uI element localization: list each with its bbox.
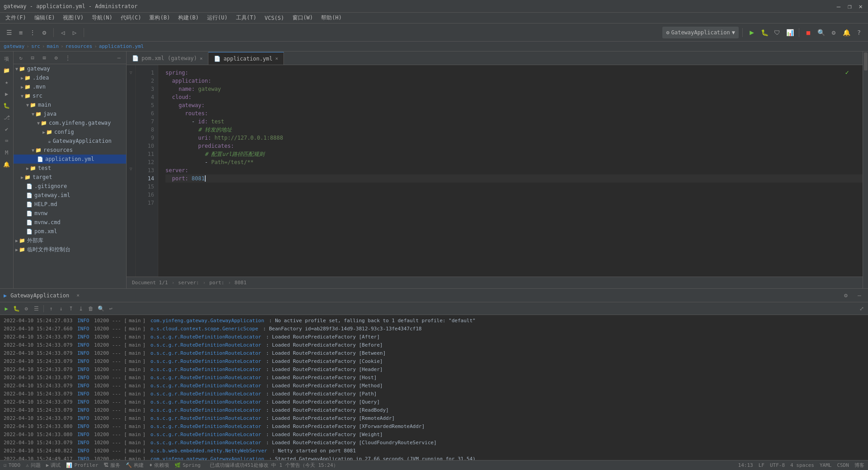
sidebar-menu-btn[interactable]: ⋮ [62,52,73,63]
tree-item-target[interactable]: ▶ 📁 target [14,173,126,182]
tab-pom-close[interactable]: × [200,56,203,61]
sidebar-expand-btn[interactable]: ⊞ [39,52,50,63]
tree-item-application-yml[interactable]: 📄 application.yml [14,155,126,164]
help-button[interactable]: ? [854,27,864,38]
tree-item-external-libs[interactable]: ▶ 📁 外部库 [14,236,126,245]
sidebar-collapse-btn[interactable]: ⊟ [27,52,38,63]
tree-item-scratches[interactable]: ▶ 📁 临时文件和控制台 [14,245,126,254]
tree-item-gateway-app[interactable]: ☕ GatewayApplication [14,136,126,146]
sidebar-sync-btn[interactable]: ↻ [15,52,26,63]
menu-file[interactable]: 文件(F) [2,13,30,23]
breadcrumb-resources[interactable]: resources [66,43,93,49]
git-tool-btn[interactable]: ⎇ [1,112,12,123]
tree-item-gitignore[interactable]: 📄 .gitignore [14,182,126,191]
menu-view[interactable]: 视图(V) [59,13,87,23]
stop-button[interactable]: ■ [803,27,814,38]
status-problems[interactable]: ⚠ 问题 [26,462,41,469]
scroll-down-btn[interactable]: ↓ [57,304,66,313]
structure-btn[interactable]: 📁 [1,65,12,76]
code-lines[interactable]: spring: application: name: gateway cloud… [158,65,863,277]
sidebar-hide-btn[interactable]: — [113,52,124,63]
forward-button[interactable]: ▷ [69,27,80,38]
debug-run-button[interactable]: 🐛 [759,27,770,38]
terminal-tool-btn[interactable]: ⌨ [1,136,12,146]
status-lang[interactable]: YAML [820,462,832,468]
status-indent[interactable]: 4 spaces [790,462,814,468]
menu-build[interactable]: 构建(B) [175,13,203,23]
debug-tab-btn[interactable]: 🐛 [12,304,21,313]
toolbar-project-btn[interactable]: ☰ [4,27,14,38]
breadcrumb-gateway[interactable]: gateway [4,43,24,49]
tree-item-gateway[interactable]: ▼ 📁 gateway [14,64,126,73]
back-button[interactable]: ◁ [57,27,68,38]
menu-navigate[interactable]: 导航(N) [88,13,116,23]
favorite-btn[interactable]: ★ [1,77,12,88]
toolbar-btn-1[interactable]: ⋮ [27,27,38,38]
run-tool-btn[interactable]: ▶ [1,89,12,99]
clear-btn[interactable]: 🗑 [86,304,95,313]
panel-settings-btn[interactable]: ⚙ [841,291,851,301]
status-profiler[interactable]: 📊 Profiler [66,462,98,468]
maven-tool-btn[interactable]: M [1,147,12,158]
minimap-scrollbar[interactable] [864,52,868,70]
run-button[interactable]: ▶ [746,27,757,38]
tree-item-mvnw[interactable]: 📄 mvnw [14,209,126,218]
tree-item-help[interactable]: 📄 HELP.md [14,200,126,209]
debug-tool-btn[interactable]: 🐛 [1,100,12,111]
scroll-top-btn[interactable]: ⤒ [66,304,75,313]
toolbar-list-btn[interactable]: ≡ [15,27,26,38]
actuator-tab-btn[interactable]: ⚙ [22,304,31,313]
console-btn-1[interactable]: ☰ [32,304,41,313]
tree-item-gateway-iml[interactable]: 📄 gateway.iml [14,191,126,200]
status-lf[interactable]: LF [759,462,764,468]
tree-item-mvnw-cmd[interactable]: 📄 mvnw.cmd [14,218,126,227]
menu-tools[interactable]: 工具(T) [232,13,260,23]
tree-item-test[interactable]: ▶ 📁 test [14,164,126,173]
breadcrumb-file[interactable]: application.yml [99,43,144,49]
run-configuration[interactable]: ⚙ GatewayApplication ▼ [662,27,739,38]
menu-help[interactable]: 帮助(H) [317,13,345,23]
project-tool-btn[interactable]: 项 [1,53,12,64]
filter-btn[interactable]: 🔍 [96,304,105,313]
tree-item-src[interactable]: ▼ 📁 src [14,91,126,100]
scroll-up-btn[interactable]: ↑ [47,304,56,313]
menu-run[interactable]: 运行(U) [203,13,231,23]
status-terminal[interactable]: ▶ 调试 [46,462,61,469]
tab-yml-close[interactable]: × [275,56,278,61]
tab-pom-xml[interactable]: 📄 pom.xml (gateway) × [127,52,208,65]
status-services[interactable]: 🏗 服务 [104,462,120,469]
maximize-button[interactable]: ❐ [846,3,853,10]
close-button[interactable]: ✕ [857,3,864,10]
fold-1[interactable]: ▽ [127,69,135,77]
status-endpoints[interactable]: ♦ 依赖项 [149,462,169,469]
panel-expand-btn[interactable]: ⤢ [857,304,866,313]
tree-item-java[interactable]: ▼ 📁 java [14,109,126,118]
panel-minimize-btn[interactable]: — [854,291,864,301]
status-todo[interactable]: ☑ TODO [4,462,20,468]
notifications-tool-btn[interactable]: 🔔 [1,159,12,170]
status-build[interactable]: 🔨 构建 [126,462,144,469]
tree-item-mvn[interactable]: ▶ 📁 .mvn [14,82,126,91]
run-close-btn[interactable]: × [76,292,80,298]
console-run-btn[interactable]: ▶ [2,304,11,313]
notifications-button[interactable]: 🔔 [841,27,852,38]
profile-button[interactable]: 📊 [784,27,795,38]
status-extra[interactable]: 博客 [854,462,864,469]
soft-wrap-btn[interactable]: ↩ [106,304,115,313]
sidebar-settings-btn[interactable]: ⚙ [51,52,61,63]
toolbar-settings-btn[interactable]: ⚙ [39,27,50,38]
scroll-bottom-btn[interactable]: ⤓ [76,304,85,313]
menu-refactor[interactable]: 重构(B) [146,13,174,23]
code-editor[interactable]: ▽ ▽ [127,65,863,277]
commit-tool-btn[interactable]: ✔ [1,124,12,135]
breadcrumb-main[interactable]: main [47,43,59,49]
tab-application-yml[interactable]: 📄 application.yml × [208,52,284,65]
console-content[interactable]: 2022-04-10 15:24:27.033 INFO 10200 --- [… [0,315,868,460]
run-config-dropdown-icon[interactable]: ▼ [732,29,735,36]
coverage-button[interactable]: 🛡 [772,27,783,38]
tree-item-pom[interactable]: 📄 pom.xml [14,227,126,236]
tree-item-main[interactable]: ▼ 📁 main [14,100,126,109]
tree-item-idea[interactable]: ▶ 📁 .idea [14,73,126,82]
menu-code[interactable]: 代码(C) [117,13,145,23]
tree-item-resources[interactable]: ▼ 📁 resources [14,146,126,155]
